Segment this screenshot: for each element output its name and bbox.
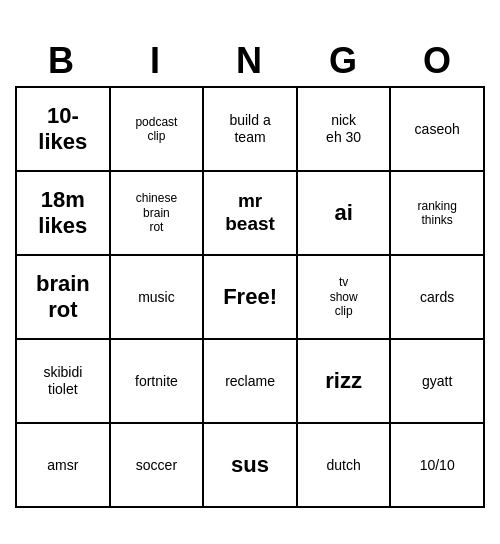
cell-r1-c0: 18mlikes — [16, 171, 110, 255]
cell-r0-c4: caseoh — [390, 87, 484, 171]
cell-r4-c0: amsr — [16, 423, 110, 507]
cell-r4-c3: dutch — [297, 423, 390, 507]
cell-r0-c2: build ateam — [203, 87, 297, 171]
cell-r1-c1: chinesebrainrot — [110, 171, 204, 255]
cell-r2-c1: music — [110, 255, 204, 339]
cell-r2-c0: brainrot — [16, 255, 110, 339]
cell-r2-c2: Free! — [203, 255, 297, 339]
cell-r3-c3: rizz — [297, 339, 390, 423]
header-g: G — [297, 36, 391, 86]
header-i: I — [109, 36, 203, 86]
cell-r3-c2: reclame — [203, 339, 297, 423]
cell-r3-c4: gyatt — [390, 339, 484, 423]
cell-r4-c4: 10/10 — [390, 423, 484, 507]
cell-r0-c0: 10-likes — [16, 87, 110, 171]
cell-r1-c4: rankingthinks — [390, 171, 484, 255]
cell-r3-c1: fortnite — [110, 339, 204, 423]
cell-r1-c3: ai — [297, 171, 390, 255]
bingo-grid: 10-likespodcastclipbuild ateamnickeh 30c… — [15, 86, 485, 508]
cell-r0-c3: nickeh 30 — [297, 87, 390, 171]
cell-r4-c2: sus — [203, 423, 297, 507]
header-b: B — [15, 36, 109, 86]
header-n: N — [203, 36, 297, 86]
cell-r3-c0: skibiditiolet — [16, 339, 110, 423]
cell-r4-c1: soccer — [110, 423, 204, 507]
cell-r2-c4: cards — [390, 255, 484, 339]
cell-r2-c3: tvshowclip — [297, 255, 390, 339]
cell-r1-c2: mrbeast — [203, 171, 297, 255]
bingo-header: B I N G O — [15, 36, 485, 86]
header-o: O — [391, 36, 485, 86]
cell-r0-c1: podcastclip — [110, 87, 204, 171]
